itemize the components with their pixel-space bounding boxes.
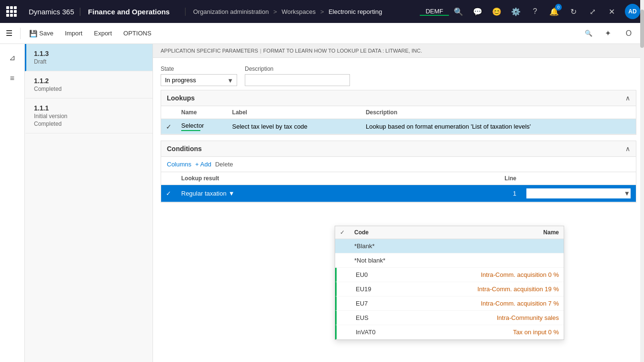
- lookups-collapse-icon[interactable]: ∧: [625, 94, 630, 102]
- breadcrumb-electronic-reporting[interactable]: Electronic reporting: [328, 8, 382, 15]
- version-number-113: 1.1.3: [34, 50, 145, 57]
- description-input[interactable]: [245, 74, 350, 86]
- avatar[interactable]: AD: [625, 4, 640, 19]
- list-item[interactable]: EU7 Intra-Comm. acquisition 7 %: [335, 296, 564, 311]
- sidebar-list-icon[interactable]: ≡: [3, 69, 22, 88]
- toolbar-office-icon[interactable]: O: [619, 22, 638, 45]
- state-field: State In progress Completed ▼: [161, 66, 237, 86]
- lookups-col-label: Label: [228, 106, 361, 119]
- version-number-111: 1.1.1: [34, 104, 145, 112]
- lookups-section-header: Lookups ∧: [161, 90, 636, 106]
- form-section: State In progress Completed ▼ Descriptio…: [153, 58, 644, 90]
- breadcrumb-workspaces[interactable]: Workspaces: [282, 8, 316, 15]
- settings-icon-btn[interactable]: 😊: [487, 0, 506, 23]
- dropdown-item-code-5: EUS: [356, 314, 437, 321]
- condition-value-input[interactable]: [526, 188, 631, 199]
- sidebar-filter-icon[interactable]: ⊿: [3, 48, 22, 67]
- breadcrumb-org-admin[interactable]: Organization administration: [193, 8, 269, 15]
- notification-btn[interactable]: 🔔 0: [545, 0, 564, 23]
- lookups-col-check: [161, 106, 176, 119]
- lookup-dropdown-icon[interactable]: ▼: [229, 190, 235, 197]
- table-row[interactable]: ✓ Selector Select tax level by tax code …: [161, 119, 636, 134]
- version-status-113: Draft: [34, 58, 145, 65]
- inline-input-wrap: ▼: [526, 188, 631, 199]
- dropdown-header-code: Code: [354, 229, 436, 236]
- add-button[interactable]: + Add: [195, 161, 211, 168]
- save-icon: 💾: [29, 30, 37, 37]
- import-button[interactable]: Import: [60, 28, 87, 39]
- dropdown-item-code-0: *Blank*: [354, 242, 436, 250]
- top-nav: Dynamics 365 Finance and Operations Orga…: [0, 0, 644, 23]
- dropdown-item-name-3: Intra-Comm. acquisition 19 %: [437, 285, 559, 293]
- lookups-table-body: ✓ Selector Select tax level by tax code …: [161, 119, 636, 134]
- content-area: APPLICATION SPECIFIC PARAMETERS | FORMAT…: [153, 44, 644, 362]
- hamburger-icon[interactable]: ☰: [6, 29, 12, 38]
- version-status-111-line2: Completed: [34, 121, 145, 127]
- state-select[interactable]: In progress Completed: [161, 74, 237, 86]
- refresh-icon-btn[interactable]: ↻: [564, 0, 583, 23]
- conditions-title: Conditions: [167, 145, 202, 153]
- expand-icon-btn[interactable]: ⤢: [583, 0, 602, 23]
- form-row: State In progress Completed ▼ Descriptio…: [161, 66, 636, 86]
- list-item[interactable]: *Not blank*: [335, 253, 564, 268]
- toolbar-separator-1: [20, 28, 21, 39]
- dropdown-items-list: *Blank* *Not blank* EU0 Intra-Comm. acqu…: [335, 239, 564, 340]
- export-button[interactable]: Export: [89, 28, 117, 39]
- close-icon-btn[interactable]: ✕: [602, 0, 621, 23]
- search-icon-btn[interactable]: 🔍: [449, 0, 468, 23]
- nav-right: DEMF 🔍 💬 😊 ⚙️ ? 🔔 0 ↻ ⤢ ✕ AD: [420, 0, 644, 23]
- toolbar-right-icons: ✦ O: [598, 22, 638, 45]
- lookups-header-row: Name Label Description: [161, 106, 636, 119]
- columns-label: Columns: [167, 161, 191, 168]
- dropdown-item-code-2: EU0: [356, 271, 437, 278]
- dropdown-item-name-5: Intra-Community sales: [437, 314, 559, 321]
- breadcrumb-sep-bar: |: [260, 48, 262, 54]
- cond-row-input-cell: ▼: [521, 185, 636, 202]
- dropdown-item-code-3: EU19: [356, 285, 437, 293]
- dynamics-365-label[interactable]: Dynamics 365: [23, 8, 80, 16]
- toolbar-search-icon: 🔍: [585, 30, 592, 37]
- lookups-panel: Lookups ∧ Name Label Description ✓: [161, 90, 636, 135]
- save-button[interactable]: 💾 Save: [24, 28, 58, 39]
- cond-row-check: ✓: [161, 185, 176, 202]
- conditions-header-row: Lookup result Line: [161, 172, 636, 185]
- list-item[interactable]: EU0 Intra-Comm. acquisition 0 %: [335, 268, 564, 282]
- conditions-table-head: Lookup result Line: [161, 172, 636, 185]
- description-label: Description: [245, 66, 350, 72]
- list-item[interactable]: EUS Intra-Community sales: [335, 311, 564, 325]
- help-icon-btn[interactable]: ?: [525, 0, 545, 23]
- list-item[interactable]: InVAT0 Tax on input 0 %: [335, 325, 564, 340]
- dropdown-item-name-2: Intra-Comm. acquisition 0 %: [437, 271, 559, 278]
- sidebar: ⊿ ≡: [0, 44, 25, 362]
- version-item-111[interactable]: 1.1.1 Initial version Completed: [25, 99, 153, 133]
- row-desc-cell: Lookup based on format enumeration 'List…: [361, 119, 636, 134]
- version-item-112[interactable]: 1.1.2 Completed: [25, 71, 153, 99]
- row-name-cell: Selector: [176, 119, 228, 134]
- list-item[interactable]: EU19 Intra-Comm. acquisition 19 %: [335, 282, 564, 296]
- options-button[interactable]: OPTIONS: [119, 28, 156, 39]
- cond-check-icon: ✓: [166, 190, 171, 197]
- table-row[interactable]: ✓ Regular taxation ▼ 1 ▼: [161, 185, 636, 202]
- comment-icon-btn[interactable]: 💬: [468, 0, 487, 23]
- dropdown-item-code-1: *Not blank*: [354, 257, 436, 264]
- waffle-button[interactable]: [0, 0, 23, 23]
- inline-dropdown-btn[interactable]: ▼: [624, 190, 630, 197]
- toolbar-settings-icon[interactable]: ✦: [598, 22, 617, 45]
- main-layout: ⊿ ≡ 1.1.3 Draft 1.1.2 Completed 1.1.1 In…: [0, 44, 644, 362]
- right-scrollbar[interactable]: [640, 0, 644, 362]
- gear-icon-btn[interactable]: ⚙️: [506, 0, 525, 23]
- breadcrumb-sep-2: >: [318, 8, 326, 15]
- version-number-112: 1.1.2: [34, 77, 145, 85]
- conditions-toolbar: Columns + Add Delete: [161, 157, 636, 172]
- fin-ops-label[interactable]: Finance and Operations: [80, 8, 177, 16]
- lookups-table-head: Name Label Description: [161, 106, 636, 119]
- delete-button[interactable]: Delete: [215, 161, 233, 168]
- add-label: + Add: [195, 161, 211, 168]
- cond-col-lookup: Lookup result: [176, 172, 492, 185]
- conditions-collapse-icon[interactable]: ∧: [625, 145, 630, 153]
- toolbar-search-area: 🔍: [585, 30, 592, 37]
- check-mark-icon: ✓: [166, 123, 172, 131]
- list-item[interactable]: *Blank*: [335, 239, 564, 253]
- version-item-113[interactable]: 1.1.3 Draft: [25, 44, 153, 71]
- columns-button[interactable]: Columns: [167, 161, 191, 168]
